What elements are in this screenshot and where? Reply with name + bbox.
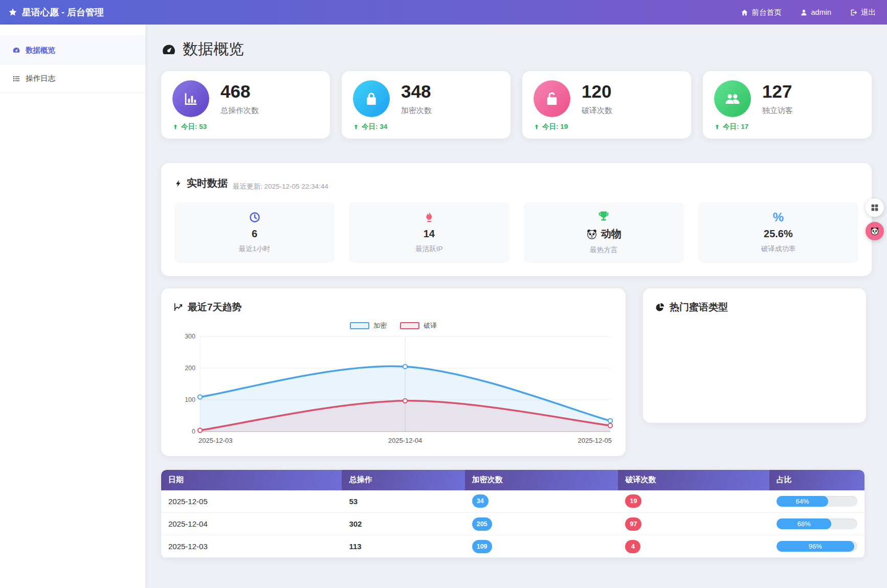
trophy-icon — [597, 210, 610, 222]
nav-link-label: 前台首页 — [752, 8, 782, 17]
stat-value: 120 — [582, 82, 612, 102]
decrypt-count-badge: 4 — [625, 540, 640, 553]
page-title: 数据概览 — [161, 39, 872, 60]
pie-chart-title: 热门蜜语类型 — [655, 301, 854, 314]
percent-progress-bar: 68% — [777, 518, 857, 529]
app-brand: 星语心愿 - 后台管理 — [8, 6, 104, 18]
stat-card: 348加密次数今日: 34 — [342, 71, 511, 139]
nav-link-label: 退出 — [861, 8, 876, 17]
realtime-label: 破译成功率 — [761, 244, 796, 254]
stat-value: 127 — [762, 82, 793, 102]
stat-value: 468 — [220, 82, 259, 102]
realtime-title: 实时数据 — [174, 176, 228, 190]
bolt-icon — [174, 178, 183, 189]
stat-icon-circle — [534, 80, 570, 117]
logout-icon — [850, 9, 857, 16]
sidebar-item-overview[interactable]: 数据概览 — [0, 36, 145, 64]
stat-card: 127独立访客今日: 17 — [703, 71, 872, 139]
arrow-up-icon — [714, 124, 720, 130]
grid-icon — [870, 203, 879, 212]
table-row: 2025-12-03113109496% — [161, 535, 864, 558]
realtime-updated: 最近更新: 2025-12-05 22:34:44 — [233, 182, 328, 191]
stat-label: 总操作次数 — [220, 106, 259, 116]
percent-progress-fill: 96% — [777, 541, 854, 552]
unlock-icon — [544, 91, 560, 107]
percent-progress-bar: 96% — [777, 541, 857, 552]
cell-date: 2025-12-05 — [161, 490, 342, 513]
stat-value: 348 — [401, 82, 432, 102]
pie-chart-icon — [655, 302, 665, 312]
panda-icon — [870, 227, 879, 236]
realtime-value-text: 动物 — [601, 227, 622, 241]
user-icon — [800, 9, 808, 16]
percent-progress-fill: 68% — [777, 518, 831, 529]
lock-icon — [363, 91, 380, 107]
realtime-mini-card: 动物最热方言 — [524, 202, 684, 263]
decrypt-count-badge: 97 — [625, 517, 641, 531]
legend-item-加密[interactable]: 加密 — [350, 321, 387, 330]
percent-progress-fill: 64% — [777, 496, 828, 507]
arrow-up-icon — [353, 124, 359, 130]
arrow-up-icon — [172, 124, 179, 130]
pie-chart-title-text: 热门蜜语类型 — [670, 301, 728, 314]
cell-decrypt: 97 — [618, 513, 769, 535]
arrow-up-icon — [534, 124, 540, 130]
stat-label: 加密次数 — [401, 106, 432, 116]
stat-icon-circle — [353, 80, 390, 117]
nav-link-logout[interactable]: 退出 — [850, 8, 876, 17]
cell-total: 113 — [342, 535, 464, 558]
stat-icon-circle — [714, 80, 751, 117]
stat-icon-circle — [172, 80, 209, 117]
realtime-section: 实时数据 最近更新: 2025-12-05 22:34:44 6最近1小时14最… — [161, 163, 872, 276]
flame-icon — [423, 211, 435, 223]
realtime-label: 最活跃IP — [415, 244, 442, 254]
cell-date: 2025-12-03 — [161, 535, 342, 558]
realtime-value-text: 6 — [252, 228, 257, 240]
nav-link-label: admin — [811, 8, 832, 16]
cell-encrypt: 109 — [465, 535, 618, 558]
cell-percent: 64% — [769, 490, 864, 513]
realtime-grid: 6最近1小时14最活跃IP动物最热方言%25.6%破译成功率 — [174, 202, 858, 263]
bar-chart-icon — [183, 91, 199, 107]
cell-date: 2025-12-04 — [161, 513, 342, 535]
stat-label: 独立访客 — [762, 106, 793, 116]
svg-text:2025-12-03: 2025-12-03 — [198, 437, 233, 444]
chart-legend: 加密破译 — [173, 321, 613, 330]
cell-total: 302 — [342, 513, 464, 535]
stat-card: 468总操作次数今日: 53 — [161, 71, 330, 139]
table-row: 2025-12-0553341964% — [161, 490, 864, 513]
table-header-row: 日期总操作加密次数破译次数占比 — [161, 470, 864, 490]
stat-trend-text: 今日: 19 — [542, 122, 568, 131]
sidebar-item-label: 操作日志 — [26, 74, 55, 83]
cell-total: 53 — [342, 490, 464, 513]
realtime-mini-card: %25.6%破译成功率 — [698, 202, 858, 263]
legend-item-破译[interactable]: 破译 — [400, 321, 437, 330]
realtime-value: 14 — [424, 228, 435, 240]
floating-widget-button[interactable] — [866, 198, 884, 217]
svg-text:100: 100 — [185, 396, 195, 403]
page-title-text: 数据概览 — [183, 39, 244, 60]
realtime-label: 最热方言 — [590, 245, 617, 255]
realtime-mini-card: 6最近1小时 — [174, 202, 335, 263]
table-header-cell: 破译次数 — [618, 470, 769, 490]
floating-panda-button[interactable] — [866, 222, 884, 240]
charts-row: 最近7天趋势 加密破译 01002003002025-12-032025-12-… — [161, 288, 872, 456]
stat-card: 120破译次数今日: 19 — [522, 71, 691, 139]
daily-stats-table: 日期总操作加密次数破译次数占比 2025-12-0553341964%2025-… — [161, 470, 864, 558]
realtime-label: 最近1小时 — [239, 244, 271, 254]
line-chart-icon — [173, 302, 183, 312]
realtime-value: 6 — [252, 228, 257, 240]
realtime-mini-card: 14最活跃IP — [349, 202, 509, 263]
realtime-value-text: 25.6% — [764, 228, 793, 240]
svg-text:2025-12-05: 2025-12-05 — [578, 437, 612, 444]
list-icon — [12, 75, 20, 83]
star-icon — [8, 8, 17, 17]
sidebar-item-logs[interactable]: 操作日志 — [0, 64, 145, 93]
trend-chart-title: 最近7天趋势 — [173, 301, 613, 314]
table-header-cell: 占比 — [769, 470, 864, 490]
stat-trend: 今日: 53 — [172, 122, 319, 131]
nav-link-frontend-home[interactable]: 前台首页 — [741, 8, 782, 17]
stat-trend-text: 今日: 17 — [723, 122, 748, 131]
stat-cards-row: 468总操作次数今日: 53348加密次数今日: 34120破译次数今日: 19… — [161, 71, 872, 139]
nav-link-admin-user[interactable]: admin — [800, 8, 832, 16]
